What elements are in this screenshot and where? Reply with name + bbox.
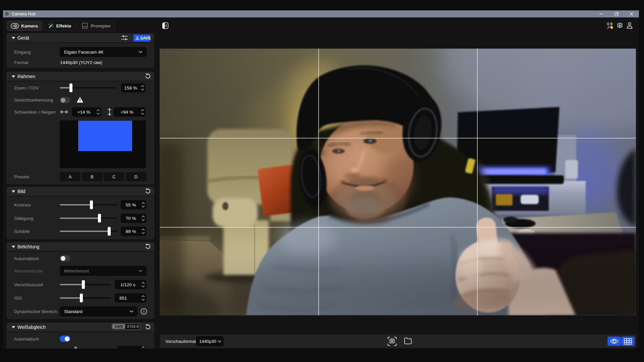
svg-text:G: G: [607, 23, 609, 25]
